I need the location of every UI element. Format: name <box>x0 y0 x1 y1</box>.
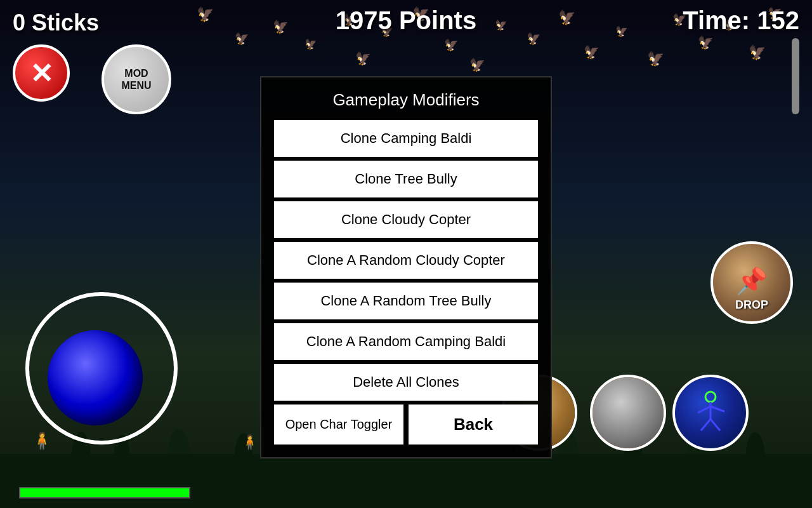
joystick-ball <box>48 330 143 425</box>
gameplay-modifiers-modal: Gameplay Modifiers Clone Camping Baldi C… <box>260 76 552 458</box>
creature-6: 🦅 <box>355 51 371 66</box>
progress-bar-fill <box>20 488 189 497</box>
drop-button[interactable]: 📌 DROP <box>710 241 793 324</box>
clone-camping-baldi-button[interactable]: Clone Camping Baldi <box>274 120 538 157</box>
joystick-ring[interactable] <box>25 292 178 444</box>
stick-figure-svg <box>685 387 736 438</box>
creature-20: 🦅 <box>749 44 766 61</box>
time-label: Time: 152 <box>683 6 799 35</box>
creature-1: 🦅 <box>197 6 214 23</box>
creature-3: 🦅 <box>273 19 289 34</box>
sticks-label: 0 Sticks <box>13 10 99 36</box>
character-figure-2: 🧍 <box>241 434 258 451</box>
creature-15: 🦅 <box>615 25 628 37</box>
progress-bar-container <box>19 487 190 498</box>
creature-10: 🦅 <box>469 57 485 72</box>
creature-12: 🦅 <box>527 32 540 46</box>
modal-bottom-row: Open Char Toggler Back <box>274 404 538 444</box>
close-icon: ✕ <box>30 57 53 90</box>
right-circle-1[interactable] <box>590 375 666 451</box>
back-button[interactable]: Back <box>409 404 538 444</box>
creature-16: 🦅 <box>647 51 664 67</box>
clone-cloudy-copter-button[interactable]: Clone Cloudy Copter <box>274 201 538 238</box>
svg-line-2 <box>698 406 710 413</box>
character-figure-1: 🧍 <box>32 431 52 451</box>
clone-tree-bully-button[interactable]: Clone Tree Bully <box>274 161 538 197</box>
mod-menu-button[interactable]: MODMENU <box>102 44 171 114</box>
drop-item-icon: 📌 <box>736 266 768 296</box>
clone-random-camping-baldi-button[interactable]: Clone A Random Camping Baldi <box>274 323 538 360</box>
svg-line-5 <box>710 419 720 431</box>
close-button[interactable]: ✕ <box>13 44 70 102</box>
svg-point-0 <box>705 392 716 402</box>
creature-18: 🦅 <box>698 35 714 50</box>
modal-title: Gameplay Modifiers <box>274 90 538 110</box>
creature-14: 🦅 <box>584 44 599 60</box>
clone-random-cloudy-copter-button[interactable]: Clone A Random Cloudy Copter <box>274 242 538 279</box>
points-label: 1975 Points <box>336 6 476 35</box>
mod-menu-label: MODMENU <box>121 67 151 91</box>
creature-9: 🦅 <box>444 38 458 52</box>
ground <box>0 454 812 508</box>
drop-label: DROP <box>735 298 768 312</box>
svg-line-4 <box>701 419 710 431</box>
creature-13: 🦅 <box>558 10 575 26</box>
creature-4: 🦅 <box>304 38 317 50</box>
clone-random-tree-bully-button[interactable]: Clone A Random Tree Bully <box>274 283 538 319</box>
right-circle-2[interactable] <box>672 375 749 451</box>
creature-2: 🦅 <box>235 32 249 46</box>
creature-11: 🦅 <box>495 19 508 31</box>
delete-all-clones-button[interactable]: Delete All Clones <box>274 364 538 401</box>
open-char-toggler-button[interactable]: Open Char Toggler <box>274 404 403 444</box>
scroll-indicator <box>792 38 799 114</box>
svg-line-3 <box>710 406 724 411</box>
mirror-icon <box>593 377 664 448</box>
